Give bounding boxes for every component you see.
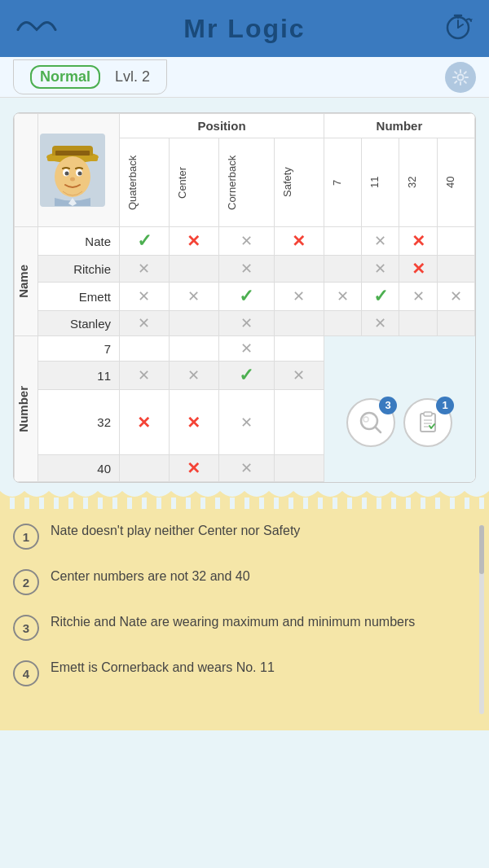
row-emett: Emett ✕ ✕ ✓ ✕ ✕ ✓ ✕ ✕ [15,283,475,311]
cell-nate-7[interactable] [324,227,361,256]
timer-icon [443,11,473,46]
row-stanley: Stanley ✕ ✕ ✕ [15,311,475,336]
cell-ritchie-32[interactable]: ✕ [399,256,437,283]
scrollbar-thumb[interactable] [479,525,484,574]
cell-7-cb[interactable]: ✕ [218,336,274,362]
cell-32-safety[interactable] [274,390,324,455]
cell-nate-11[interactable]: ✕ [362,227,399,256]
row-num-32: 32 ✕ ✕ ✕ 3 [15,390,475,455]
cell-11-qb[interactable]: ✕ [120,362,170,390]
clue-item-4: 4 Emett is Cornerback and wears No. 11 [13,659,476,686]
clue-item-2: 2 Center numbers are not 32 and 40 [13,568,476,595]
col-11: 11 [365,142,384,223]
clipboard-badge: 1 [436,397,454,414]
cell-7-qb[interactable] [120,336,170,362]
position-header: Position [120,114,324,138]
cell-40-qb[interactable] [120,455,170,482]
clipboard-button[interactable]: 1 [403,398,452,447]
cell-nate-center[interactable]: ✕ [169,227,218,256]
cell-emett-center[interactable]: ✕ [169,283,218,311]
cell-40-safety[interactable] [274,455,324,482]
row-nate: Name Nate ✓ ✕ ✕ ✕ ✕ ✕ [15,227,475,256]
cell-nate-safety[interactable]: ✕ [274,227,324,256]
numrow-32: 32 [38,390,120,455]
clue-item-1: 1 Nate doesn't play neither Center nor S… [13,522,476,550]
svg-point-16 [70,178,75,182]
app-header: Mr Logic [0,0,489,57]
clue-text-2: Center numbers are not 32 and 40 [51,568,250,585]
cell-nate-cb[interactable]: ✕ [218,227,274,256]
magnifier-button[interactable]: 3 [346,398,395,447]
cell-stanley-center[interactable] [169,311,218,336]
cell-nate-32[interactable]: ✕ [399,227,437,256]
cell-stanley-safety[interactable] [274,311,324,336]
cell-ritchie-safety[interactable] [274,256,324,283]
number-header: Number [324,114,474,138]
cell-32-center[interactable]: ✕ [169,390,218,455]
clue-number-4: 4 [13,660,39,686]
cell-ritchie-7[interactable] [324,256,361,283]
level-bar: Normal Lvl. 2 [0,57,489,98]
cell-stanley-7[interactable] [324,311,361,336]
col-32: 32 [403,142,421,223]
col-safety: Safety [278,142,297,223]
cell-emett-safety[interactable]: ✕ [274,283,324,311]
cell-stanley-qb[interactable]: ✕ [120,311,170,336]
cell-stanley-32[interactable] [399,311,437,336]
cell-ritchie-11[interactable]: ✕ [362,256,399,283]
name-nate: Nate [38,227,120,256]
cell-emett-7[interactable]: ✕ [324,283,361,311]
svg-rect-21 [424,412,432,416]
cell-nate-40[interactable] [437,227,474,256]
name-section-label: Name [16,265,30,298]
cell-stanley-cb[interactable]: ✕ [218,311,274,336]
cell-ritchie-40[interactable] [437,256,474,283]
cell-40-cb[interactable]: ✕ [218,455,274,482]
clue-item-3: 3 Ritchie and Nate are wearing maximum a… [13,613,476,641]
name-emett: Emett [38,283,120,311]
cell-emett-11[interactable]: ✓ [362,283,399,311]
cell-ritchie-cb[interactable]: ✕ [218,256,274,283]
numrow-11: 11 [38,362,120,390]
clue-text-3: Ritchie and Nate are wearing maximum and… [51,613,415,631]
svg-point-14 [65,172,69,176]
level-number: Lvl. 2 [115,68,150,85]
numrow-7: 7 [38,336,120,362]
cell-32-cb[interactable]: ✕ [218,390,274,455]
svg-point-11 [55,156,90,197]
cell-11-cb[interactable]: ✓ [218,362,274,390]
svg-point-15 [78,172,82,176]
cell-emett-40[interactable]: ✕ [437,283,474,311]
clue-text-4: Emett is Cornerback and wears No. 11 [51,659,275,677]
cell-stanley-40[interactable] [437,311,474,336]
clue-number-3: 3 [13,615,39,641]
name-ritchie: Ritchie [38,256,120,283]
app-title: Mr Logic [183,14,305,44]
cell-7-center[interactable] [169,336,218,362]
cell-stanley-11[interactable]: ✕ [362,311,399,336]
logic-grid: Position Number Quaterback Center Corner… [13,112,476,483]
numrow-40: 40 [38,455,120,482]
cell-nate-qb[interactable]: ✓ [120,227,170,256]
scrollbar-track[interactable] [479,525,484,714]
cell-11-safety[interactable]: ✕ [274,362,324,390]
cell-ritchie-qb[interactable]: ✕ [120,256,170,283]
logo-left-icon [16,14,57,44]
col-7: 7 [328,142,346,223]
number-section-label: Number [16,386,30,432]
row-num-11: 11 ✕ ✕ ✓ ✕ [15,362,475,390]
cell-7-safety[interactable] [274,336,324,362]
difficulty-label: Normal [30,65,100,89]
col-center: Center [173,142,192,223]
cell-11-center[interactable]: ✕ [169,362,218,390]
cell-emett-qb[interactable]: ✕ [120,283,170,311]
cell-ritchie-center[interactable] [169,256,218,283]
main-content: Position Number Quaterback Center Corner… [0,98,489,483]
settings-button[interactable] [445,62,476,93]
cell-emett-32[interactable]: ✕ [399,283,437,311]
cell-32-qb[interactable]: ✕ [120,390,170,455]
cell-emett-cb[interactable]: ✓ [218,283,274,311]
name-stanley: Stanley [38,311,120,336]
cell-40-center[interactable]: ✕ [169,455,218,482]
col-40: 40 [441,142,460,223]
